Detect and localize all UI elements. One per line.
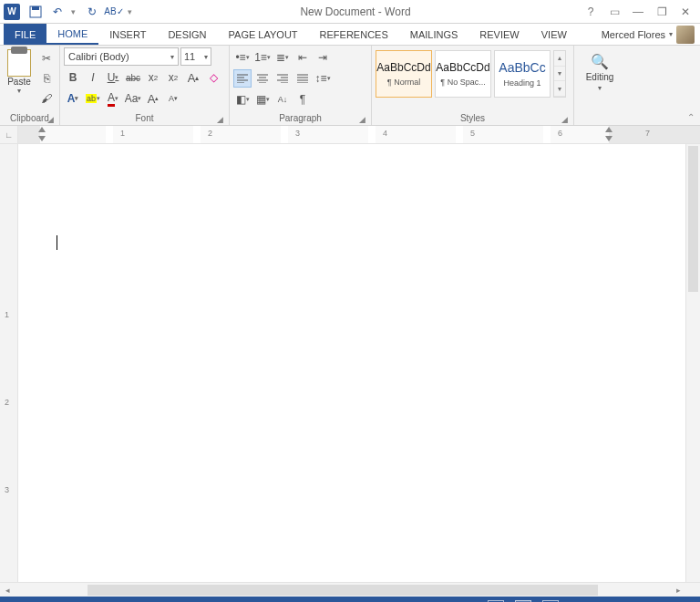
styles-gallery-scroll[interactable]: ▴▾▾ bbox=[553, 50, 566, 98]
tab-mailings[interactable]: MAILINGS bbox=[399, 24, 469, 45]
group-label: Clipboard◢ bbox=[4, 112, 56, 125]
group-font: Calibri (Body)▾ 11▾ B I U▾ abc x2 x2 A▴ … bbox=[60, 46, 230, 125]
svg-rect-1 bbox=[32, 6, 39, 10]
tab-references[interactable]: REFERENCES bbox=[309, 24, 399, 45]
dropdown-icon[interactable]: ▾ bbox=[128, 7, 135, 16]
document-page[interactable] bbox=[18, 144, 685, 582]
style-no-spacing[interactable]: AaBbCcDd¶ No Spac... bbox=[435, 50, 491, 98]
tab-view[interactable]: VIEW bbox=[530, 24, 578, 45]
copy-icon[interactable]: ⎘ bbox=[37, 69, 56, 88]
collapse-ribbon-icon[interactable]: ⌃ bbox=[687, 112, 695, 122]
chevron-down-icon: ▾ bbox=[669, 30, 673, 38]
quick-access-toolbar: ↶ ▾ ↻ AB✓ ▾ bbox=[27, 4, 135, 20]
minimize-button[interactable]: — bbox=[631, 5, 645, 18]
paste-label: Paste bbox=[7, 77, 31, 87]
word-app-icon: W bbox=[4, 4, 20, 20]
group-label: Paragraph◢ bbox=[233, 112, 367, 125]
restore-button[interactable]: ❐ bbox=[654, 5, 669, 18]
spellcheck-icon[interactable]: AB✓ bbox=[106, 4, 122, 20]
paste-icon bbox=[7, 49, 31, 77]
chevron-down-icon: ▾ bbox=[598, 84, 602, 92]
shrink-font-button[interactable]: A▾ bbox=[164, 89, 182, 108]
scroll-left-icon[interactable]: ◂ bbox=[0, 583, 15, 597]
group-label: Styles◢ bbox=[376, 112, 570, 125]
cut-icon[interactable]: ✂ bbox=[37, 49, 56, 67]
paste-button[interactable]: Paste ▾ bbox=[4, 47, 35, 95]
user-account[interactable]: Merced Flores ▾ bbox=[596, 24, 700, 45]
shading-button[interactable]: ◧▾ bbox=[233, 90, 252, 109]
font-size-selector[interactable]: 11▾ bbox=[180, 47, 211, 66]
text-effects-button[interactable]: A▾ bbox=[64, 89, 82, 108]
group-styles: AaBbCcDd¶ Normal AaBbCcDd¶ No Spac... Aa… bbox=[372, 46, 574, 125]
subscript-button[interactable]: x2 bbox=[144, 68, 162, 87]
horizontal-scrollbar[interactable]: ◂ ▸ bbox=[0, 582, 700, 597]
bold-button[interactable]: B bbox=[64, 68, 82, 87]
title-bar: W ↶ ▾ ↻ AB✓ ▾ New Document - Word ? ▭ — … bbox=[0, 0, 700, 24]
numbering-button[interactable]: 1≡▾ bbox=[253, 48, 272, 67]
align-center-button[interactable] bbox=[253, 69, 272, 88]
redo-icon[interactable]: ↻ bbox=[84, 4, 100, 20]
font-color-button[interactable]: A▾ bbox=[104, 89, 122, 108]
document-area: 1 2 3 bbox=[0, 144, 700, 582]
highlight-button[interactable]: ab▾ bbox=[84, 89, 102, 108]
tab-file[interactable]: FILE bbox=[4, 24, 46, 45]
increase-indent-button[interactable]: ⇥ bbox=[314, 48, 332, 67]
vertical-ruler[interactable]: 1 2 3 bbox=[0, 144, 18, 582]
style-normal[interactable]: AaBbCcDd¶ Normal bbox=[376, 50, 432, 98]
justify-button[interactable] bbox=[293, 69, 312, 88]
tab-selector[interactable]: ∟ bbox=[0, 126, 18, 143]
window-controls: ? ▭ — ❐ ✕ bbox=[576, 5, 700, 18]
indent-marker-left[interactable] bbox=[38, 127, 46, 141]
tab-insert[interactable]: INSERT bbox=[98, 24, 157, 45]
dialog-launcher-icon[interactable]: ◢ bbox=[561, 115, 568, 124]
text-cursor bbox=[57, 235, 57, 250]
tab-home[interactable]: HOME bbox=[46, 24, 98, 45]
editing-label: Editing bbox=[586, 72, 614, 82]
strikethrough-button[interactable]: abc bbox=[124, 68, 142, 87]
change-case-button[interactable]: Aa▾ bbox=[124, 89, 142, 108]
dialog-launcher-icon[interactable]: ◢ bbox=[217, 115, 223, 124]
group-label: Font◢ bbox=[64, 112, 225, 125]
tab-review[interactable]: REVIEW bbox=[468, 24, 530, 45]
ribbon: Paste ▾ ✂ ⎘ 🖌 Clipboard◢ Calibri (Body)▾… bbox=[0, 46, 700, 126]
borders-button[interactable]: ▦▾ bbox=[253, 90, 272, 109]
close-button[interactable]: ✕ bbox=[678, 5, 693, 18]
align-left-button[interactable] bbox=[233, 69, 252, 88]
format-painter-icon[interactable]: 🖌 bbox=[37, 89, 56, 108]
dialog-launcher-icon[interactable]: ◢ bbox=[47, 115, 54, 124]
align-right-button[interactable] bbox=[273, 69, 292, 88]
editing-button[interactable]: 🔍 Editing ▾ bbox=[578, 47, 622, 92]
line-spacing-button[interactable]: ↕≡▾ bbox=[314, 69, 332, 88]
multilevel-list-button[interactable]: ≣▾ bbox=[273, 48, 292, 67]
group-clipboard: Paste ▾ ✂ ⎘ 🖌 Clipboard◢ bbox=[0, 46, 60, 125]
horizontal-ruler[interactable]: ∟ 1 2 3 4 5 6 7 bbox=[0, 126, 700, 144]
dialog-launcher-icon[interactable]: ◢ bbox=[359, 115, 365, 124]
tab-design[interactable]: DESIGN bbox=[157, 24, 217, 45]
chevron-down-icon: ▾ bbox=[17, 87, 21, 95]
clear-formatting-button[interactable]: ◇ bbox=[204, 68, 222, 87]
vertical-scrollbar[interactable] bbox=[685, 144, 700, 582]
status-bar: PAGE 1 OF 1 0 WORDS 📖 ▭ ▤ ▦ − + 100% bbox=[0, 597, 700, 602]
tab-page-layout[interactable]: PAGE LAYOUT bbox=[218, 24, 309, 45]
show-hide-button[interactable]: ¶ bbox=[293, 90, 312, 109]
italic-button[interactable]: I bbox=[84, 68, 102, 87]
decrease-indent-button[interactable]: ⇤ bbox=[293, 48, 312, 67]
save-icon[interactable] bbox=[27, 4, 44, 20]
grow-font-button[interactable]: A▴ bbox=[144, 89, 162, 108]
user-name: Merced Flores bbox=[602, 29, 665, 40]
sort-button[interactable]: A↓ bbox=[273, 90, 292, 109]
font-name-selector[interactable]: Calibri (Body)▾ bbox=[64, 47, 179, 66]
group-editing: 🔍 Editing ▾ bbox=[574, 46, 625, 125]
dropdown-icon[interactable]: ▾ bbox=[71, 7, 78, 16]
help-button[interactable]: ? bbox=[583, 5, 598, 18]
superscript-button[interactable]: x2 bbox=[164, 68, 182, 87]
bullets-button[interactable]: •≡▾ bbox=[233, 48, 252, 67]
grow-font-button[interactable]: A▴ bbox=[184, 68, 202, 87]
style-heading-1[interactable]: AaBbCcHeading 1 bbox=[494, 50, 551, 98]
underline-button[interactable]: U▾ bbox=[104, 68, 122, 87]
avatar bbox=[676, 26, 695, 44]
ribbon-display-options[interactable]: ▭ bbox=[607, 5, 622, 18]
undo-icon[interactable]: ↶ bbox=[49, 4, 66, 20]
scroll-right-icon[interactable]: ▸ bbox=[671, 583, 685, 597]
indent-marker-right[interactable] bbox=[605, 127, 613, 141]
